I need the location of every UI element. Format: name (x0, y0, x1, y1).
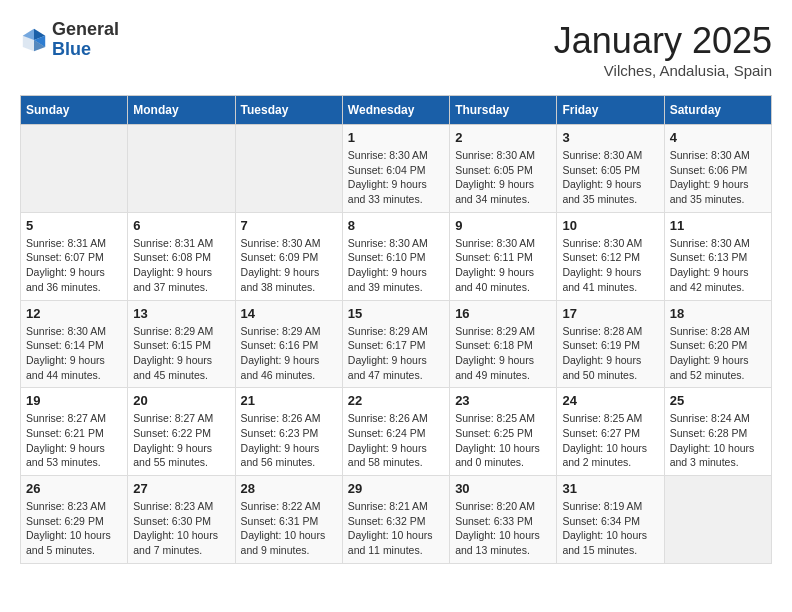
day-info: Sunrise: 8:30 AM Sunset: 6:13 PM Dayligh… (670, 236, 766, 295)
day-info: Sunrise: 8:30 AM Sunset: 6:12 PM Dayligh… (562, 236, 658, 295)
calendar-cell: 2Sunrise: 8:30 AM Sunset: 6:05 PM Daylig… (450, 125, 557, 213)
day-info: Sunrise: 8:29 AM Sunset: 6:16 PM Dayligh… (241, 324, 337, 383)
calendar-cell: 26Sunrise: 8:23 AM Sunset: 6:29 PM Dayli… (21, 476, 128, 564)
calendar-cell (21, 125, 128, 213)
day-number: 19 (26, 393, 122, 408)
header-tuesday: Tuesday (235, 96, 342, 125)
calendar-header: Sunday Monday Tuesday Wednesday Thursday… (21, 96, 772, 125)
day-number: 24 (562, 393, 658, 408)
day-number: 8 (348, 218, 444, 233)
calendar-cell: 12Sunrise: 8:30 AM Sunset: 6:14 PM Dayli… (21, 300, 128, 388)
calendar-cell: 9Sunrise: 8:30 AM Sunset: 6:11 PM Daylig… (450, 212, 557, 300)
calendar-cell: 11Sunrise: 8:30 AM Sunset: 6:13 PM Dayli… (664, 212, 771, 300)
calendar-cell (664, 476, 771, 564)
calendar-cell: 4Sunrise: 8:30 AM Sunset: 6:06 PM Daylig… (664, 125, 771, 213)
header-sunday: Sunday (21, 96, 128, 125)
day-number: 1 (348, 130, 444, 145)
day-info: Sunrise: 8:30 AM Sunset: 6:05 PM Dayligh… (562, 148, 658, 207)
day-number: 21 (241, 393, 337, 408)
calendar-cell: 25Sunrise: 8:24 AM Sunset: 6:28 PM Dayli… (664, 388, 771, 476)
day-number: 27 (133, 481, 229, 496)
day-number: 16 (455, 306, 551, 321)
day-info: Sunrise: 8:22 AM Sunset: 6:31 PM Dayligh… (241, 499, 337, 558)
header-thursday: Thursday (450, 96, 557, 125)
calendar-cell: 7Sunrise: 8:30 AM Sunset: 6:09 PM Daylig… (235, 212, 342, 300)
day-info: Sunrise: 8:30 AM Sunset: 6:05 PM Dayligh… (455, 148, 551, 207)
day-info: Sunrise: 8:29 AM Sunset: 6:18 PM Dayligh… (455, 324, 551, 383)
header-saturday: Saturday (664, 96, 771, 125)
calendar-week-1: 1Sunrise: 8:30 AM Sunset: 6:04 PM Daylig… (21, 125, 772, 213)
day-number: 7 (241, 218, 337, 233)
calendar-cell: 27Sunrise: 8:23 AM Sunset: 6:30 PM Dayli… (128, 476, 235, 564)
day-info: Sunrise: 8:23 AM Sunset: 6:29 PM Dayligh… (26, 499, 122, 558)
header-monday: Monday (128, 96, 235, 125)
day-number: 12 (26, 306, 122, 321)
day-info: Sunrise: 8:30 AM Sunset: 6:11 PM Dayligh… (455, 236, 551, 295)
calendar-cell: 8Sunrise: 8:30 AM Sunset: 6:10 PM Daylig… (342, 212, 449, 300)
calendar-cell: 15Sunrise: 8:29 AM Sunset: 6:17 PM Dayli… (342, 300, 449, 388)
calendar-cell: 23Sunrise: 8:25 AM Sunset: 6:25 PM Dayli… (450, 388, 557, 476)
calendar-cell: 1Sunrise: 8:30 AM Sunset: 6:04 PM Daylig… (342, 125, 449, 213)
calendar-table: Sunday Monday Tuesday Wednesday Thursday… (20, 95, 772, 564)
day-info: Sunrise: 8:30 AM Sunset: 6:10 PM Dayligh… (348, 236, 444, 295)
day-number: 23 (455, 393, 551, 408)
day-number: 14 (241, 306, 337, 321)
calendar-body: 1Sunrise: 8:30 AM Sunset: 6:04 PM Daylig… (21, 125, 772, 564)
day-info: Sunrise: 8:28 AM Sunset: 6:20 PM Dayligh… (670, 324, 766, 383)
day-info: Sunrise: 8:24 AM Sunset: 6:28 PM Dayligh… (670, 411, 766, 470)
day-info: Sunrise: 8:27 AM Sunset: 6:22 PM Dayligh… (133, 411, 229, 470)
day-number: 3 (562, 130, 658, 145)
location-title: Vilches, Andalusia, Spain (554, 62, 772, 79)
title-area: January 2025 Vilches, Andalusia, Spain (554, 20, 772, 79)
day-info: Sunrise: 8:19 AM Sunset: 6:34 PM Dayligh… (562, 499, 658, 558)
day-number: 4 (670, 130, 766, 145)
day-info: Sunrise: 8:29 AM Sunset: 6:15 PM Dayligh… (133, 324, 229, 383)
day-number: 9 (455, 218, 551, 233)
logo: General Blue (20, 20, 119, 60)
day-number: 20 (133, 393, 229, 408)
day-info: Sunrise: 8:26 AM Sunset: 6:23 PM Dayligh… (241, 411, 337, 470)
day-info: Sunrise: 8:31 AM Sunset: 6:07 PM Dayligh… (26, 236, 122, 295)
header: General Blue January 2025 Vilches, Andal… (20, 20, 772, 79)
calendar-cell: 20Sunrise: 8:27 AM Sunset: 6:22 PM Dayli… (128, 388, 235, 476)
month-title: January 2025 (554, 20, 772, 62)
calendar-cell: 10Sunrise: 8:30 AM Sunset: 6:12 PM Dayli… (557, 212, 664, 300)
day-number: 10 (562, 218, 658, 233)
day-info: Sunrise: 8:30 AM Sunset: 6:06 PM Dayligh… (670, 148, 766, 207)
calendar-cell (128, 125, 235, 213)
header-wednesday: Wednesday (342, 96, 449, 125)
day-number: 6 (133, 218, 229, 233)
day-number: 31 (562, 481, 658, 496)
logo-icon (20, 26, 48, 54)
calendar-cell: 28Sunrise: 8:22 AM Sunset: 6:31 PM Dayli… (235, 476, 342, 564)
calendar-cell: 17Sunrise: 8:28 AM Sunset: 6:19 PM Dayli… (557, 300, 664, 388)
weekday-row: Sunday Monday Tuesday Wednesday Thursday… (21, 96, 772, 125)
day-info: Sunrise: 8:25 AM Sunset: 6:25 PM Dayligh… (455, 411, 551, 470)
header-friday: Friday (557, 96, 664, 125)
logo-general: General (52, 20, 119, 40)
day-number: 28 (241, 481, 337, 496)
day-number: 13 (133, 306, 229, 321)
day-info: Sunrise: 8:23 AM Sunset: 6:30 PM Dayligh… (133, 499, 229, 558)
calendar-week-2: 5Sunrise: 8:31 AM Sunset: 6:07 PM Daylig… (21, 212, 772, 300)
day-info: Sunrise: 8:31 AM Sunset: 6:08 PM Dayligh… (133, 236, 229, 295)
day-number: 15 (348, 306, 444, 321)
calendar-cell: 5Sunrise: 8:31 AM Sunset: 6:07 PM Daylig… (21, 212, 128, 300)
day-info: Sunrise: 8:30 AM Sunset: 6:04 PM Dayligh… (348, 148, 444, 207)
calendar-cell: 31Sunrise: 8:19 AM Sunset: 6:34 PM Dayli… (557, 476, 664, 564)
calendar-cell: 21Sunrise: 8:26 AM Sunset: 6:23 PM Dayli… (235, 388, 342, 476)
calendar-cell: 18Sunrise: 8:28 AM Sunset: 6:20 PM Dayli… (664, 300, 771, 388)
calendar-cell: 3Sunrise: 8:30 AM Sunset: 6:05 PM Daylig… (557, 125, 664, 213)
calendar-cell: 22Sunrise: 8:26 AM Sunset: 6:24 PM Dayli… (342, 388, 449, 476)
day-info: Sunrise: 8:29 AM Sunset: 6:17 PM Dayligh… (348, 324, 444, 383)
calendar-cell (235, 125, 342, 213)
day-number: 11 (670, 218, 766, 233)
day-number: 2 (455, 130, 551, 145)
day-number: 25 (670, 393, 766, 408)
logo-blue: Blue (52, 40, 119, 60)
calendar-week-5: 26Sunrise: 8:23 AM Sunset: 6:29 PM Dayli… (21, 476, 772, 564)
calendar-cell: 13Sunrise: 8:29 AM Sunset: 6:15 PM Dayli… (128, 300, 235, 388)
calendar-cell: 6Sunrise: 8:31 AM Sunset: 6:08 PM Daylig… (128, 212, 235, 300)
day-number: 26 (26, 481, 122, 496)
day-info: Sunrise: 8:20 AM Sunset: 6:33 PM Dayligh… (455, 499, 551, 558)
